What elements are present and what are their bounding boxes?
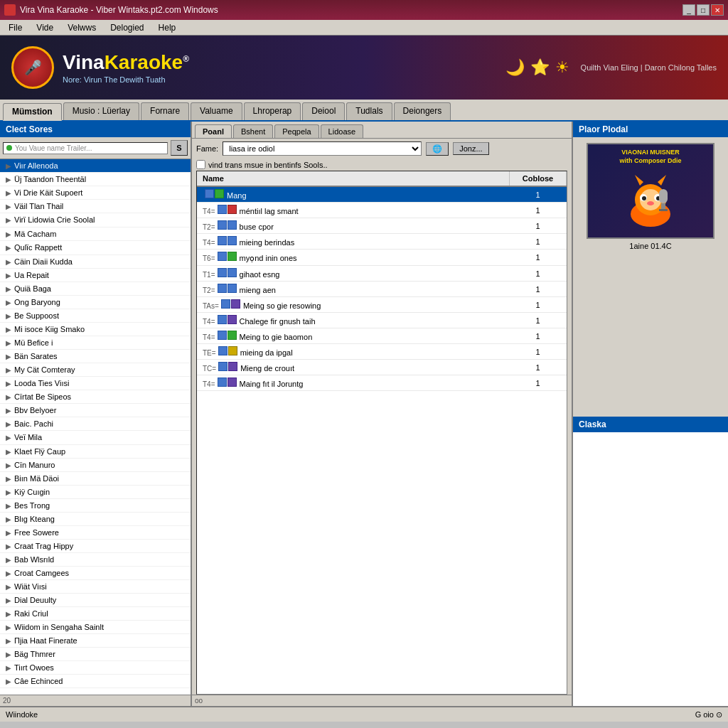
tab-deiool[interactable]: Deiool xyxy=(302,102,345,120)
list-arrow-icon: ▶ xyxy=(6,353,11,360)
sidebar-item-25[interactable]: ▶ Bes Trong xyxy=(0,499,191,513)
sidebar-item-32[interactable]: ▶ Dial Deuulty xyxy=(0,594,191,607)
table-row[interactable]: TC=Mieng de crouıt1 xyxy=(197,360,567,375)
sidebar-item-17[interactable]: ▶ Cïrtat Be Sipeos xyxy=(0,390,191,404)
col-coblose[interactable]: Coblose xyxy=(510,171,567,186)
sidebar-item-19[interactable]: ▶ Baic. Pachi xyxy=(0,417,191,431)
sidebar-item-29[interactable]: ▶ Bab Wlsrıld xyxy=(0,553,191,567)
tab-deiongers[interactable]: Deiongers xyxy=(394,102,451,120)
sidebar-item-18[interactable]: ▶ Bbv Belyoer xyxy=(0,404,191,417)
sidebar-search-field[interactable]: You Vaue name Trailer... xyxy=(3,142,168,154)
preview-title: VIAONAI MUISNER with Composer Ddie xyxy=(588,149,713,165)
sidebar-item-8[interactable]: ▶ Ua Repait xyxy=(0,269,191,282)
filter-checkbox[interactable] xyxy=(196,160,205,169)
sidebar-item-26[interactable]: ▶ Blıg Kteang xyxy=(0,513,191,526)
sidebar-item-9[interactable]: ▶ Quiä Baga xyxy=(0,282,191,296)
menu-delogied[interactable]: Delogied xyxy=(105,21,149,34)
close-button[interactable]: ✕ xyxy=(711,4,724,16)
sidebar-item-13[interactable]: ▶ Mü Befice i xyxy=(0,336,191,350)
table-row[interactable]: T2=buse cpor1 xyxy=(197,218,567,234)
sidebar-item-33[interactable]: ▶ Raki Criul xyxy=(0,607,191,621)
center-tab-poanl[interactable]: Poanl xyxy=(195,124,232,138)
sidebar-item-30[interactable]: ▶ Croat Camgees xyxy=(0,567,191,580)
sidebar-item-28[interactable]: ▶ Craat Trag Hippy xyxy=(0,540,191,553)
svg-point-7 xyxy=(647,201,654,205)
table-row[interactable]: Mang1 xyxy=(197,186,567,203)
sidebar-item-10[interactable]: ▶ Ong Baryong xyxy=(0,296,191,309)
table-row[interactable]: T4=mieing berindas1 xyxy=(197,234,567,250)
tab-fornare[interactable]: Fornare xyxy=(141,102,189,120)
table-cell-name: T4=Chalege fir gnush taih xyxy=(197,313,510,328)
sidebar-item-38[interactable]: ▶ Câe Echinced xyxy=(0,675,191,688)
table-row[interactable]: T1=gihaot esng1 xyxy=(197,266,567,282)
sidebar-item-20[interactable]: ▶ Veı̈ Mila xyxy=(0,431,191,445)
sidebar-item-label: Bän Sarates xyxy=(14,352,58,360)
svg-point-5 xyxy=(642,196,646,200)
tab-valuame[interactable]: Valuame xyxy=(191,102,242,120)
list-arrow-icon: ▶ xyxy=(6,407,11,414)
sidebar-item-31[interactable]: ▶ Wiät Viısi xyxy=(0,580,191,594)
table-cell-name: T4=Meing to gie baomon xyxy=(197,328,510,344)
center-scrollbar-h[interactable]: oo xyxy=(192,695,572,706)
sidebar-item-24[interactable]: ▶ Kiÿ Cuıgin xyxy=(0,486,191,499)
sidebar-item-22[interactable]: ▶ Cïn Manuro xyxy=(0,459,191,472)
sidebar-item-3[interactable]: ▶ Väil Tlan Thail xyxy=(0,200,191,213)
table-cell-name: TC=Mieng de crouıt xyxy=(197,360,510,375)
sidebar-item-4[interactable]: ▶ Virı̈ Lidowia Crie Soolal xyxy=(0,213,191,228)
sidebar-item-21[interactable]: ▶ Klaet Flÿ Caup xyxy=(0,445,191,459)
sidebar-item-label: Viır Allenoda xyxy=(14,161,58,170)
sidebar-item-1[interactable]: ▶ Üj Taandon Theentäl xyxy=(0,173,191,186)
sidebar-item-16[interactable]: ▶ Looda Ties Viısi xyxy=(0,377,191,390)
table-row[interactable]: T4=Chalege fir gnush taih1 xyxy=(197,313,567,328)
menu-file[interactable]: File xyxy=(3,21,28,34)
sidebar-item-37[interactable]: ▶ Tiırt Owoes xyxy=(0,661,191,675)
table-cell-count: 1 xyxy=(510,266,567,282)
sidebar-item-0[interactable]: ▶ Viır Allenoda xyxy=(0,159,191,173)
tab-musio[interactable]: Musio : Lüerlay xyxy=(63,102,139,120)
svg-marker-8 xyxy=(635,175,643,186)
tab-lhroperap[interactable]: Lhroperap xyxy=(244,102,301,120)
menu-help[interactable]: Help xyxy=(153,21,182,34)
center-table-wrap[interactable]: Name Coblose Mang1T4=méntiıl lag smant1T… xyxy=(196,171,567,695)
sidebar-item-14[interactable]: ▶ Bän Sarates xyxy=(0,350,191,363)
sidebar-item-23[interactable]: ▶ Biın Mä Däoi xyxy=(0,472,191,486)
menu-vide[interactable]: Vide xyxy=(31,21,59,34)
menu-velwws[interactable]: Velwws xyxy=(62,21,102,34)
sidebar-item-6[interactable]: ▶ Qulı̈c Rappett xyxy=(0,241,191,255)
frame-select[interactable]: liasa ire odiol xyxy=(223,141,422,156)
col-name[interactable]: Name xyxy=(197,171,510,186)
center-toolbar: Fame: liasa ire odiol 🌐 Jonz... xyxy=(192,139,572,159)
table-row[interactable]: T6=myọnd inin ones1 xyxy=(197,250,567,266)
sidebar-item-5[interactable]: ▶ Mä Cacham xyxy=(0,228,191,241)
globe-button[interactable]: 🌐 xyxy=(426,142,449,156)
table-row[interactable]: T2=mieng aen1 xyxy=(197,282,567,297)
table-header-row: Name Coblose xyxy=(197,171,567,186)
sidebar-item-34[interactable]: ▶ Wiidom in Sengaha Sainlt xyxy=(0,621,191,634)
sidebar-item-7[interactable]: ▶ Cäin Diaii Kudda xyxy=(0,255,191,269)
join-button[interactable]: Jonz... xyxy=(453,142,488,155)
table-row[interactable]: T4=Meing to gie baomon1 xyxy=(197,328,567,344)
sidebar-scrollbar-h[interactable]: 20 xyxy=(0,695,191,706)
sidebar-item-label: Cäin Diaii Kudda xyxy=(14,257,73,266)
sidebar-item-11[interactable]: ▶ Be Suppoost xyxy=(0,309,191,323)
tab-tudlals[interactable]: Tudlals xyxy=(346,102,392,120)
center-tab-lidoase[interactable]: Lidoase xyxy=(321,124,364,138)
sidebar-item-2[interactable]: ▶ Vi Drie Käit Supoert xyxy=(0,186,191,200)
sidebar-item-27[interactable]: ▶ Free Sowere xyxy=(0,526,191,540)
center-tab-bshent[interactable]: Bshent xyxy=(233,124,273,138)
sidebar-item-35[interactable]: ▶ Πjia Haat Finerate xyxy=(0,634,191,648)
maximize-button[interactable]: □ xyxy=(697,4,710,16)
minimize-button[interactable]: _ xyxy=(682,4,695,16)
table-row[interactable]: TAs=Meing so gie resowing1 xyxy=(197,297,567,313)
main-tab-bar: Mümstion Musio : Lüerlay Fornare Valuame… xyxy=(0,100,728,122)
table-row[interactable]: TE=mieing da ipgal1 xyxy=(197,344,567,360)
tab-mumstion[interactable]: Mümstion xyxy=(3,103,62,121)
center-tab-peqpela[interactable]: Peqpela xyxy=(274,124,318,138)
sidebar-item-36[interactable]: ▶ Bäg Thmrer xyxy=(0,648,191,661)
sidebar-item-12[interactable]: ▶ Mi isoce Kiig Smako xyxy=(0,323,191,336)
table-cell-name: T4=Maing fıt il Joruntg xyxy=(197,375,510,391)
table-row[interactable]: T4=méntiıl lag smant1 xyxy=(197,203,567,218)
sidebar-search-button[interactable]: S xyxy=(171,140,188,156)
sidebar-item-15[interactable]: ▶ My Cät Comteray xyxy=(0,363,191,377)
table-row[interactable]: T4=Maing fıt il Joruntg1 xyxy=(197,375,567,391)
